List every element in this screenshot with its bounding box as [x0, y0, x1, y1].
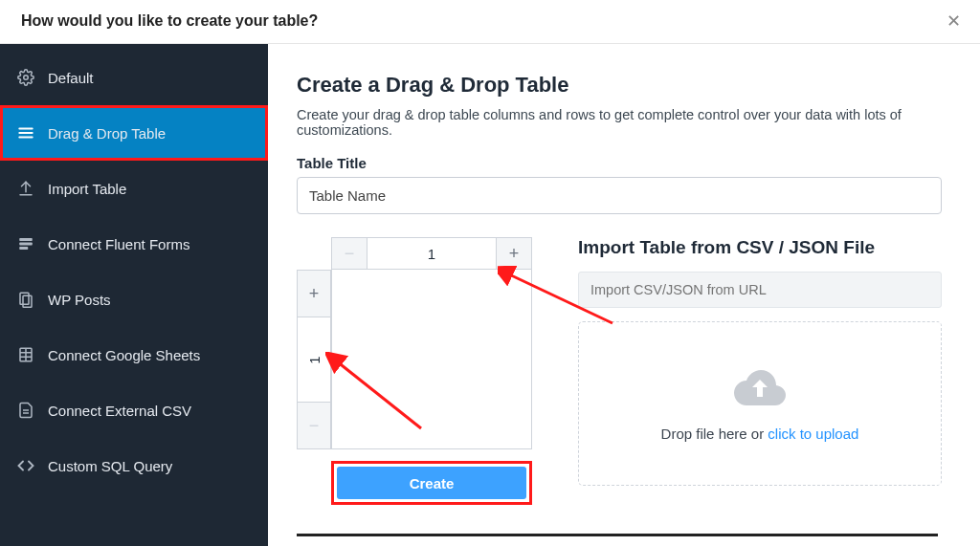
drop-zone-text: Drop file here or click to upload [661, 426, 859, 442]
minus-icon: − [309, 416, 320, 436]
import-url-input[interactable] [578, 272, 942, 308]
close-button[interactable]: ✕ [944, 11, 963, 31]
sidebar-item-label: Drag & Drop Table [48, 125, 166, 142]
table-size-builder: − 1 + + 1 [297, 237, 532, 505]
page-heading: Create a Drag & Drop Table [297, 73, 942, 98]
sidebar-item-custom-sql-query[interactable]: Custom SQL Query [0, 438, 268, 493]
columns-decrement-button[interactable]: − [331, 237, 368, 270]
close-icon: ✕ [947, 11, 961, 32]
import-panel: Import Table from CSV / JSON File Drop f… [578, 237, 942, 486]
document-icon [17, 402, 34, 419]
main-content: Create a Drag & Drop Table Create your d… [268, 44, 980, 546]
sidebar-item-label: Connect Fluent Forms [48, 236, 189, 252]
sidebar-item-label: Connect External CSV [48, 403, 191, 419]
form-icon [17, 235, 34, 252]
modal-title: How would you like to create your table? [21, 12, 318, 30]
columns-increment-button[interactable]: + [496, 237, 532, 270]
sidebar-item-drag-drop-table[interactable]: Drag & Drop Table [0, 105, 268, 161]
svg-rect-7 [20, 293, 29, 304]
sidebar-item-default[interactable]: Default [0, 50, 268, 105]
menu-icon [17, 124, 34, 142]
table-title-label: Table Title [297, 155, 942, 171]
divider [297, 534, 938, 536]
sidebar-item-connect-fluent-forms[interactable]: Connect Fluent Forms [0, 216, 268, 272]
minus-icon: − [345, 244, 355, 264]
page-description: Create your drag & drop table columns an… [297, 107, 942, 138]
sidebar-item-label: Import Table [48, 181, 126, 197]
upload-icon [17, 180, 34, 197]
rows-increment-button[interactable]: + [297, 270, 331, 317]
rows-value: 1 [297, 317, 331, 402]
sidebar-item-import-table[interactable]: Import Table [0, 161, 268, 216]
columns-value: 1 [368, 237, 496, 270]
svg-rect-8 [23, 295, 32, 307]
sidebar-item-wp-posts[interactable]: WP Posts [0, 272, 268, 327]
posts-icon [17, 291, 34, 308]
svg-rect-6 [19, 247, 28, 250]
create-button[interactable]: Create [337, 467, 526, 499]
svg-rect-4 [19, 238, 33, 241]
click-to-upload-link[interactable]: click to upload [768, 426, 858, 442]
sidebar-item-label: Custom SQL Query [48, 458, 172, 474]
plus-icon: + [509, 244, 520, 264]
rows-stepper: + 1 − [297, 270, 331, 449]
file-drop-zone[interactable]: Drop file here or click to upload [578, 321, 942, 486]
sidebar: Default Drag & Drop Table Import Table C… [0, 44, 268, 546]
gear-icon [17, 69, 34, 86]
table-title-input[interactable] [297, 177, 942, 214]
import-heading: Import Table from CSV / JSON File [578, 237, 942, 258]
sidebar-item-connect-external-csv[interactable]: Connect External CSV [0, 382, 268, 438]
code-icon [17, 457, 34, 474]
sidebar-item-label: Connect Google Sheets [48, 347, 200, 363]
sidebar-item-label: WP Posts [48, 292, 111, 308]
table-preview-canvas [331, 270, 532, 449]
sheets-icon [17, 346, 34, 363]
columns-stepper: − 1 + [331, 237, 532, 270]
cloud-upload-icon [732, 366, 788, 412]
sidebar-item-connect-google-sheets[interactable]: Connect Google Sheets [0, 327, 268, 382]
plus-icon: + [309, 284, 320, 304]
svg-point-0 [24, 76, 29, 80]
rows-decrement-button[interactable]: − [297, 402, 331, 449]
svg-rect-5 [19, 243, 33, 246]
sidebar-item-label: Default [48, 70, 94, 86]
